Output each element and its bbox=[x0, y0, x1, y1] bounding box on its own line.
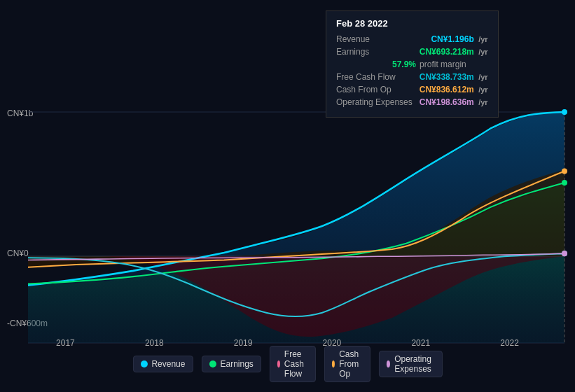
legend-item-opex[interactable]: Operating Expenses bbox=[379, 351, 443, 377]
chart-container: CN¥1b CN¥0 -CN¥600m Feb 28 2022 Revenue … bbox=[0, 0, 575, 392]
legend-dot-fcf bbox=[277, 360, 280, 368]
legend-item-revenue[interactable]: Revenue bbox=[132, 356, 193, 372]
tooltip-label-opex: Operating Expenses bbox=[336, 97, 413, 107]
x-label-2017: 2017 bbox=[56, 338, 75, 348]
chart-svg bbox=[28, 112, 564, 343]
y-axis-zero: CN¥0 bbox=[7, 248, 29, 258]
legend-item-earnings[interactable]: Earnings bbox=[201, 356, 261, 372]
chart-area bbox=[28, 112, 564, 343]
tooltip-value-revenue: CN¥1.196b /yr bbox=[431, 34, 487, 44]
legend-label-earnings: Earnings bbox=[220, 359, 253, 369]
tooltip: Feb 28 2022 Revenue CN¥1.196b /yr Earnin… bbox=[326, 10, 499, 118]
cashop-dot bbox=[562, 168, 567, 174]
legend-dot-revenue bbox=[140, 360, 147, 368]
tooltip-value-fcf: CN¥338.733m /yr bbox=[420, 72, 488, 82]
tooltip-row-margin: 57.9% profit margin bbox=[336, 59, 488, 69]
tooltip-row-earnings: Earnings CN¥693.218m /yr bbox=[336, 47, 488, 57]
tooltip-label-cashop: Cash From Op bbox=[336, 85, 392, 94]
opex-dot bbox=[562, 251, 567, 256]
tooltip-value-earnings: CN¥693.218m /yr bbox=[420, 47, 488, 57]
tooltip-label-fcf: Free Cash Flow bbox=[336, 72, 396, 82]
tooltip-row-fcf: Free Cash Flow CN¥338.733m /yr bbox=[336, 72, 488, 82]
legend-label-cashop: Cash From Op bbox=[339, 349, 363, 379]
tooltip-value-opex: CN¥198.636m /yr bbox=[420, 97, 488, 107]
tooltip-row-cashop: Cash From Op CN¥836.612m /yr bbox=[336, 85, 488, 94]
tooltip-date: Feb 28 2022 bbox=[336, 18, 488, 29]
legend: Revenue Earnings Free Cash Flow Cash Fro… bbox=[132, 346, 442, 382]
tooltip-label-earnings: Earnings bbox=[336, 47, 369, 57]
legend-label-revenue: Revenue bbox=[151, 359, 185, 369]
legend-dot-earnings bbox=[209, 360, 216, 368]
tooltip-margin-value: 57.9% bbox=[392, 59, 416, 69]
legend-label-opex: Operating Expenses bbox=[394, 354, 434, 374]
tooltip-margin-label: profit margin bbox=[420, 59, 466, 69]
legend-label-fcf: Free Cash Flow bbox=[284, 349, 308, 379]
tooltip-value-cashop: CN¥836.612m /yr bbox=[420, 85, 488, 94]
legend-dot-opex bbox=[387, 360, 390, 368]
tooltip-label-revenue: Revenue bbox=[336, 34, 370, 44]
tooltip-row-opex: Operating Expenses CN¥198.636m /yr bbox=[336, 97, 488, 107]
revenue-dot bbox=[562, 109, 567, 115]
legend-dot-cashop bbox=[332, 360, 335, 368]
legend-item-fcf[interactable]: Free Cash Flow bbox=[270, 346, 316, 382]
earnings-dot bbox=[562, 180, 567, 186]
tooltip-row-revenue: Revenue CN¥1.196b /yr bbox=[336, 34, 488, 44]
x-label-2022: 2022 bbox=[500, 338, 519, 348]
legend-item-cashop[interactable]: Cash From Op bbox=[324, 346, 370, 382]
